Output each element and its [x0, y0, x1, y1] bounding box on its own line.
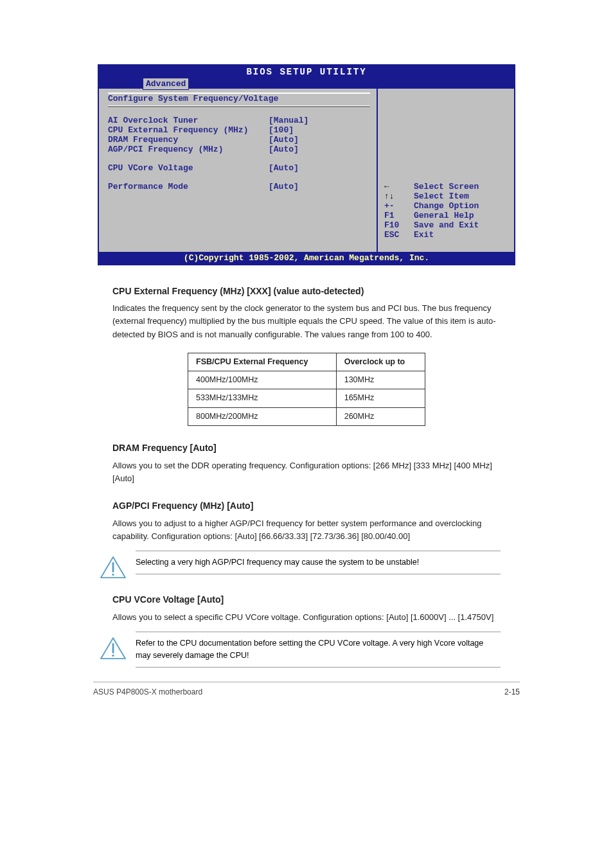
table-cell: 533MHz/133MHz	[188, 389, 337, 407]
setting-label: AI Overclock Tuner	[108, 116, 269, 126]
setting-label: Performance Mode	[108, 182, 269, 192]
table-row: 533MHz/133MHz 165MHz	[188, 389, 425, 407]
table-row: 400MHz/100MHz 130MHz	[188, 371, 425, 389]
help-desc: Select Screen	[414, 182, 479, 192]
setting-value: [Auto]	[269, 136, 299, 145]
help-save-and-exit: F10 Save and Exit	[384, 221, 508, 231]
bios-section-title: Configure System Frequency/Voltage	[108, 93, 370, 107]
help-key: ESC	[384, 231, 414, 240]
help-desc: General Help	[414, 211, 474, 221]
svg-point-2	[112, 574, 114, 576]
setting-value: [Auto]	[269, 145, 299, 155]
table-cell: 400MHz/100MHz	[188, 371, 337, 389]
help-select-item: Select Item	[384, 192, 508, 202]
table-cell: 165MHz	[336, 389, 425, 407]
document-body-2: CPU VCore Voltage [Auto] Allows you to s…	[112, 593, 501, 624]
warning-callout-agp: Selecting a very high AGP/PCI frequency …	[100, 551, 501, 579]
help-key: F1	[384, 211, 414, 221]
warning-text: Refer to the CPU documentation before se…	[136, 632, 501, 668]
setting-agp-pci-frequency[interactable]: AGP/PCI Frequency (MHz) [Auto]	[108, 145, 370, 155]
help-desc: Exit	[414, 231, 434, 240]
setting-performance-mode[interactable]: Performance Mode [Auto]	[108, 182, 370, 192]
setting-value: [Manual]	[269, 116, 308, 126]
help-desc: Save and Exit	[414, 221, 479, 231]
help-general-help: F1 General Help	[384, 211, 508, 221]
arrow-updown-icon	[384, 191, 395, 201]
bios-copyright: (C)Copyright 1985-2002, American Megatre…	[99, 252, 514, 264]
heading-cpu-ext-freq: CPU External Frequency (MHz) [XXX] (valu…	[112, 285, 501, 299]
setting-value: [Auto]	[269, 182, 299, 192]
warning-text: Selecting a very high AGP/PCI frequency …	[136, 551, 501, 574]
setting-label: CPU VCore Voltage	[108, 164, 269, 173]
bios-help-panel: Select Screen Select Item +- Change Opti…	[378, 89, 514, 252]
paragraph-cpu-ext: Indicates the frequency sent by the cloc…	[112, 302, 501, 341]
table-header: Overclock up to	[336, 353, 425, 371]
frequency-table: FSB/CPU External Frequency Overclock up …	[188, 353, 425, 427]
setting-ai-overclock-tuner[interactable]: AI Overclock Tuner [Manual]	[108, 116, 370, 126]
warning-icon	[100, 637, 127, 660]
footer-right: 2-15	[504, 687, 520, 696]
table-cell: 800MHz/200MHz	[188, 407, 337, 425]
help-key: +-	[384, 202, 414, 211]
document-body: CPU External Frequency (MHz) [XXX] (valu…	[112, 285, 501, 544]
setting-cpu-external-frequency[interactable]: CPU External Frequency (MHz) [100]	[108, 126, 370, 136]
bios-title-bar: BIOS SETUP UTILITY	[99, 66, 514, 77]
bios-main-panel: Configure System Frequency/Voltage AI Ov…	[99, 89, 378, 252]
help-change-option: +- Change Option	[384, 202, 508, 211]
svg-point-5	[112, 655, 114, 657]
help-key: F10	[384, 221, 414, 231]
table-row: FSB/CPU External Frequency Overclock up …	[188, 353, 425, 371]
table-cell: 130MHz	[336, 371, 425, 389]
table-cell: 260MHz	[336, 407, 425, 425]
paragraph-dram: Allows you to set the DDR operating freq…	[112, 459, 501, 485]
setting-cpu-vcore-voltage[interactable]: CPU VCore Voltage [Auto]	[108, 164, 370, 173]
warning-icon	[100, 556, 127, 579]
help-desc: Select Item	[414, 192, 469, 202]
paragraph-vcore: Allows you to select a specific CPU VCor…	[112, 611, 501, 624]
setting-label: AGP/PCI Frequency (MHz)	[108, 145, 269, 155]
table-row: 800MHz/200MHz 260MHz	[188, 407, 425, 425]
arrow-left-icon	[384, 182, 389, 191]
paragraph-agp: Allows you to adjust to a higher AGP/PCI…	[112, 517, 501, 543]
heading-agp-pci-frequency: AGP/PCI Frequency (MHz) [Auto]	[112, 499, 501, 513]
warning-callout-vcore: Refer to the CPU documentation before se…	[100, 632, 501, 668]
setting-label: DRAM Frequency	[108, 136, 269, 145]
setting-value: [100]	[269, 126, 294, 136]
heading-dram-frequency: DRAM Frequency [Auto]	[112, 441, 501, 456]
help-desc: Change Option	[414, 202, 479, 211]
setting-dram-frequency[interactable]: DRAM Frequency [Auto]	[108, 136, 370, 145]
footer-left: ASUS P4P800S-X motherboard	[93, 687, 202, 696]
setting-value: [Auto]	[269, 164, 299, 173]
page-footer: ASUS P4P800S-X motherboard 2-15	[93, 682, 520, 696]
bios-tabs: Advanced	[99, 77, 514, 89]
table-header: FSB/CPU External Frequency	[188, 353, 337, 371]
help-exit: ESC Exit	[384, 231, 508, 240]
help-select-screen: Select Screen	[384, 182, 508, 192]
heading-cpu-vcore: CPU VCore Voltage [Auto]	[112, 593, 501, 607]
bios-window: BIOS SETUP UTILITY Advanced Configure Sy…	[98, 64, 515, 265]
setting-label: CPU External Frequency (MHz)	[108, 126, 269, 136]
